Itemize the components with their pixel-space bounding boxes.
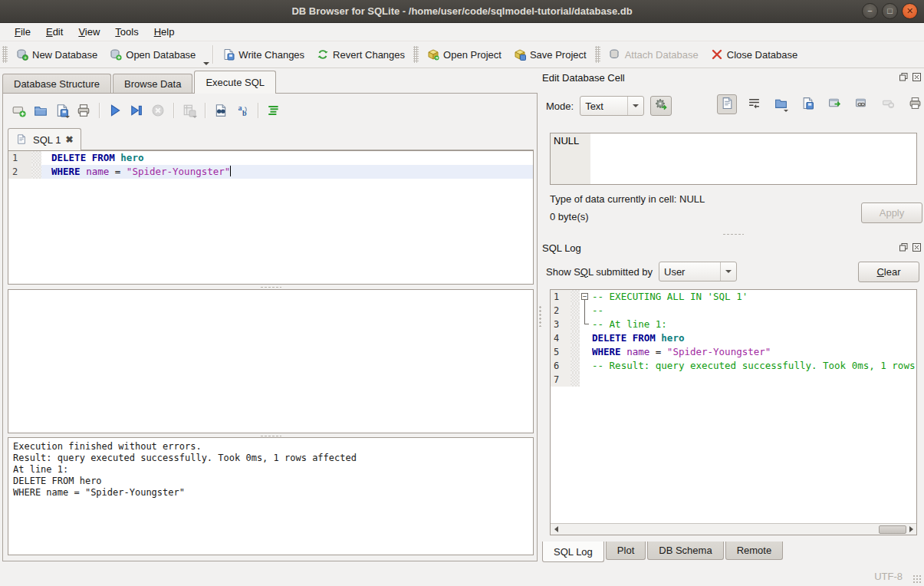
fold-marker[interactable]: − <box>580 290 592 304</box>
format-sql-button[interactable] <box>264 101 284 120</box>
status-bar: UTF-8 <box>0 562 924 586</box>
open-external-button[interactable] <box>824 94 844 114</box>
minimize-button[interactable]: − <box>862 3 878 19</box>
execute-all-button[interactable] <box>105 101 125 120</box>
find-in-sql-button[interactable] <box>211 101 231 120</box>
word-wrap-button[interactable] <box>744 94 764 114</box>
toolbar-button-label: New Database <box>32 49 97 61</box>
word-wrap-icon <box>748 97 761 113</box>
toolbar-separator <box>99 103 100 118</box>
editor-line[interactable]: 1DELETE FROM hero <box>8 151 533 165</box>
tab-execute-sql[interactable]: Execute SQL <box>194 71 276 94</box>
tab-browse-data[interactable]: Browse Data <box>113 74 192 94</box>
new-database-icon: + <box>16 48 28 61</box>
scrollbar-thumb[interactable] <box>879 525 906 534</box>
sql-editor[interactable]: 1DELETE FROM hero2WHERE name = "Spider-Y… <box>8 150 534 285</box>
line-number: 2 <box>551 304 571 318</box>
copy-link-button[interactable] <box>851 94 871 114</box>
fold-margin <box>571 318 580 331</box>
print-sql-button[interactable] <box>74 101 94 120</box>
scroll-left-icon[interactable] <box>551 524 561 535</box>
toolbar-button-label: Open Database <box>126 49 196 61</box>
cell-value-editor[interactable]: NULL <box>550 133 917 185</box>
write-changes-button[interactable]: Write Changes <box>216 45 311 64</box>
execute-all-icon <box>108 104 122 117</box>
toolbar-button-label: Open Project <box>443 49 501 61</box>
close-icon: ✕ <box>906 7 913 15</box>
print-cell-button[interactable] <box>905 94 924 114</box>
chevron-down-icon <box>192 116 197 118</box>
sql-log-filter-select[interactable]: User <box>659 262 737 281</box>
toolbar-handle[interactable] <box>2 46 8 63</box>
title-bar[interactable]: DB Browser for SQLite - /home/user/code/… <box>0 0 924 23</box>
execute-line-button[interactable] <box>127 101 146 120</box>
text-mode-button[interactable] <box>717 94 737 114</box>
cell-null-value: NULL <box>551 133 590 184</box>
auto-format-button[interactable] <box>650 96 672 116</box>
float-icon[interactable] <box>899 242 908 251</box>
dock-tab-plot[interactable]: Plot <box>606 542 646 560</box>
svg-text:+: + <box>24 55 27 61</box>
clear-log-button[interactable]: Clear <box>858 262 919 282</box>
stop-execution-button[interactable] <box>148 101 168 120</box>
tab-database-structure[interactable]: Database Structure <box>2 74 111 94</box>
import-cell-data-button[interactable] <box>771 94 791 114</box>
close-button[interactable]: ✕ <box>902 3 918 19</box>
log-horizontal-scrollbar[interactable] <box>551 523 916 535</box>
close-icon[interactable] <box>912 242 921 251</box>
revert-changes-button[interactable]: Revert Changes <box>311 45 411 64</box>
save-sql-file-button[interactable] <box>52 101 72 120</box>
dock-splitter[interactable] <box>542 232 924 236</box>
log-line: 1−-- EXECUTING ALL IN 'SQL 1' <box>551 290 916 304</box>
save-project-icon <box>514 48 526 61</box>
results-pane[interactable] <box>8 289 534 433</box>
main-tab-bar: Database StructureBrowse DataExecute SQL <box>2 71 278 94</box>
resize-grip[interactable] <box>912 574 922 584</box>
right-dock: Edit Database Cell Mode: Text NULL Type … <box>542 71 924 566</box>
toolbar-handle[interactable] <box>595 46 600 63</box>
dock-tab-sql-log[interactable]: SQL Log <box>542 542 604 562</box>
menu-tools[interactable]: Tools <box>108 25 145 39</box>
open-sql-file-icon <box>34 104 48 117</box>
apply-button[interactable]: Apply <box>861 202 922 223</box>
maximize-button[interactable]: □ <box>882 3 898 19</box>
find-replace-button[interactable]: ab <box>232 101 252 120</box>
line-number: 7 <box>551 373 571 387</box>
toolbar-button-label: Attach Database <box>625 49 699 61</box>
log-line: 7 <box>551 373 916 387</box>
menu-edit[interactable]: Edit <box>39 25 70 39</box>
log-line-text: -- At line 1: <box>592 318 916 331</box>
attach-database-button[interactable]: Attach Database <box>603 45 705 64</box>
menu-view[interactable]: View <box>71 25 107 39</box>
close-icon[interactable] <box>912 72 921 81</box>
fold-marker <box>580 331 592 345</box>
save-results-button[interactable] <box>179 101 199 120</box>
encoding-label: UTF-8 <box>874 571 903 582</box>
close-tab-icon[interactable]: ✖ <box>65 134 73 145</box>
set-null-button[interactable] <box>878 94 898 114</box>
new-database-button[interactable]: +New Database <box>10 45 104 64</box>
chevron-down-icon[interactable] <box>203 62 209 65</box>
line-number: 2 <box>8 165 31 179</box>
editor-line[interactable]: 2WHERE name = "Spider-Youngster" <box>8 165 533 179</box>
save-project-button[interactable]: Save Project <box>508 45 593 64</box>
new-sql-tab-button[interactable] <box>9 101 29 120</box>
toolbar-handle[interactable] <box>413 46 419 63</box>
export-cell-data-button[interactable] <box>797 94 817 114</box>
sql-log-view[interactable]: 1−-- EXECUTING ALL IN 'SQL 1'2--3-- At l… <box>550 289 917 535</box>
scroll-right-icon[interactable] <box>906 524 916 535</box>
dock-tab-db-schema[interactable]: DB Schema <box>647 542 723 560</box>
open-project-button[interactable]: Open Project <box>421 45 508 64</box>
menu-help[interactable]: Help <box>147 25 182 39</box>
execution-status-log[interactable]: Execution finished without errors. Resul… <box>8 437 534 555</box>
close-database-button[interactable]: Close Database <box>705 45 804 64</box>
open-sql-file-button[interactable] <box>31 101 51 120</box>
float-icon[interactable] <box>899 72 908 81</box>
fold-margin <box>571 331 580 345</box>
menu-file[interactable]: File <box>8 25 38 39</box>
sql-doc-tab[interactable]: SQL 1 ✖ <box>8 128 81 150</box>
dock-tab-bar: SQL LogPlotDB SchemaRemote <box>542 542 784 562</box>
dock-tab-remote[interactable]: Remote <box>725 542 784 560</box>
mode-select[interactable]: Text <box>580 96 644 116</box>
open-database-button[interactable]: Open Database <box>104 45 202 64</box>
